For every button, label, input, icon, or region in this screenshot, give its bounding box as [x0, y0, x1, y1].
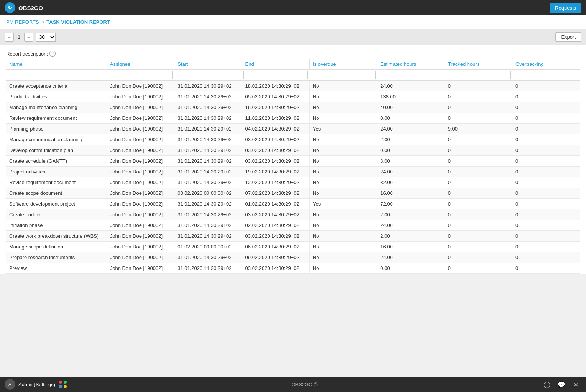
cell-4: No: [309, 220, 377, 231]
table-row: Create budgetJohn Don Doe [190002]31.01.…: [6, 209, 580, 220]
col-estimated-hours[interactable]: Estimated hours: [377, 59, 445, 70]
filter-assignee[interactable]: [108, 71, 172, 79]
cell-6: 9.00: [445, 124, 512, 134]
cell-0: Software development project: [6, 199, 107, 209]
cell-7: 0: [512, 177, 580, 188]
app-title: OBS2GO: [18, 5, 43, 11]
col-name[interactable]: Name: [6, 59, 107, 70]
cell-3: 16.02.2020 14:30:29+02: [242, 102, 309, 113]
cell-5: 0.00: [377, 145, 445, 156]
table-row: Prepare research instrumentsJohn Don Doe…: [6, 252, 580, 263]
cell-1: John Don Doe [190002]: [107, 91, 174, 102]
cell-4: No: [309, 188, 377, 199]
filter-start[interactable]: [176, 71, 240, 79]
cell-0: Create work breakdown structure (WBS): [6, 231, 107, 242]
cell-2: 31.01.2020 14:30:29+02: [174, 91, 242, 102]
help-icon[interactable]: ?: [49, 51, 56, 57]
cell-5: 8.00: [377, 156, 445, 167]
filter-end[interactable]: [243, 71, 308, 79]
col-assignee[interactable]: Assignee: [107, 59, 174, 70]
cell-6: 0: [445, 134, 512, 145]
filter-tracked-hours[interactable]: [446, 71, 510, 79]
cell-3: 12.02.2020 14:30:29+02: [242, 177, 309, 188]
cell-7: 0: [512, 231, 580, 242]
cell-2: 03.02.2020 00:00:00+02: [174, 188, 242, 199]
cell-6: 0: [445, 156, 512, 167]
cell-4: Yes: [309, 124, 377, 134]
cell-1: John Don Doe [190002]: [107, 113, 174, 124]
table-container: Name Assignee Start End Is overdue Estim…: [0, 59, 586, 274]
table-row: Software development projectJohn Don Doe…: [6, 199, 580, 209]
cell-0: Create schedule (GANTT): [6, 156, 107, 167]
cell-4: No: [309, 91, 377, 102]
cell-5: 24.00: [377, 220, 445, 231]
cell-4: Yes: [309, 199, 377, 209]
cell-3: 09.02.2020 14:30:29+02: [242, 252, 309, 263]
table-filter-row: [6, 70, 580, 81]
cell-3: 07.02.2020 14:30:29+02: [242, 188, 309, 199]
breadcrumb: PM REPORTS > TASK VIOLATION REPORT: [0, 15, 586, 29]
cell-2: 31.01.2020 14:30:29+02: [174, 177, 242, 188]
cell-0: Revise requirement document: [6, 177, 107, 188]
cell-5: 2.00: [377, 231, 445, 242]
cell-7: 0: [512, 199, 580, 209]
report-description-label: Report description:: [6, 51, 48, 57]
cell-0: Create scope document: [6, 188, 107, 199]
cell-3: 03.02.2020 14:30:29+02: [242, 263, 309, 274]
cell-5: 138.00: [377, 91, 445, 102]
requests-button[interactable]: Requests: [550, 3, 581, 13]
cell-0: Preview: [6, 263, 107, 274]
per-page-select[interactable]: 30 50 100: [36, 33, 56, 42]
cell-7: 0: [512, 134, 580, 145]
cell-5: 40.00: [377, 102, 445, 113]
breadcrumb-parent[interactable]: PM REPORTS: [6, 19, 39, 25]
cell-2: 31.01.2020 14:30:29+02: [174, 145, 242, 156]
col-is-overdue[interactable]: Is overdue: [309, 59, 377, 70]
cell-1: John Don Doe [190002]: [107, 252, 174, 263]
prev-page-button[interactable]: ←: [5, 33, 14, 42]
cell-3: 11.02.2020 14:30:29+02: [242, 113, 309, 124]
cell-3: 01.02.2020 14:30:29+02: [242, 199, 309, 209]
col-tracked-hours[interactable]: Tracked hours: [445, 59, 512, 70]
table-row: Create acceptance criteriaJohn Don Doe […: [6, 81, 580, 91]
cell-3: 03.02.2020 14:30:29+02: [242, 145, 309, 156]
cell-5: 24.00: [377, 81, 445, 91]
cell-7: 0: [512, 167, 580, 177]
filter-estimated-hours[interactable]: [379, 71, 443, 79]
col-overtracking[interactable]: Overtracking: [512, 59, 580, 70]
page-number: 1: [16, 34, 22, 40]
cell-6: 0: [445, 199, 512, 209]
cell-0: Project activities: [6, 167, 107, 177]
cell-6: 0: [445, 145, 512, 156]
cell-1: John Don Doe [190002]: [107, 177, 174, 188]
cell-4: No: [309, 134, 377, 145]
table-row: Manage scope definitionJohn Don Doe [190…: [6, 242, 580, 252]
cell-1: John Don Doe [190002]: [107, 81, 174, 91]
cell-5: 32.00: [377, 177, 445, 188]
cell-6: 0: [445, 177, 512, 188]
table-row: Manage communication planningJohn Don Do…: [6, 134, 580, 145]
next-page-button[interactable]: →: [24, 33, 33, 42]
cell-2: 31.01.2020 14:30:29+02: [174, 167, 242, 177]
table-row: Product activitiesJohn Don Doe [190002]3…: [6, 91, 580, 102]
filter-overtracking[interactable]: [514, 71, 578, 79]
cell-3: 05.02.2020 14:30:29+02: [242, 91, 309, 102]
cell-5: 0.00: [377, 113, 445, 124]
col-start[interactable]: Start: [174, 59, 242, 70]
cell-6: 0: [445, 263, 512, 274]
filter-is-overdue[interactable]: [311, 71, 375, 79]
cell-7: 0: [512, 113, 580, 124]
table-row: Revise requirement documentJohn Don Doe …: [6, 177, 580, 188]
cell-5: 72.00: [377, 199, 445, 209]
cell-7: 0: [512, 252, 580, 263]
cell-4: No: [309, 242, 377, 252]
cell-3: 04.02.2020 14:30:29+02: [242, 124, 309, 134]
cell-1: John Don Doe [190002]: [107, 188, 174, 199]
filter-name[interactable]: [8, 71, 105, 79]
export-button[interactable]: Export: [555, 32, 581, 42]
cell-2: 31.01.2020 14:30:29+02: [174, 156, 242, 167]
cell-4: No: [309, 145, 377, 156]
cell-7: 0: [512, 242, 580, 252]
cell-6: 0: [445, 91, 512, 102]
col-end[interactable]: End: [242, 59, 309, 70]
